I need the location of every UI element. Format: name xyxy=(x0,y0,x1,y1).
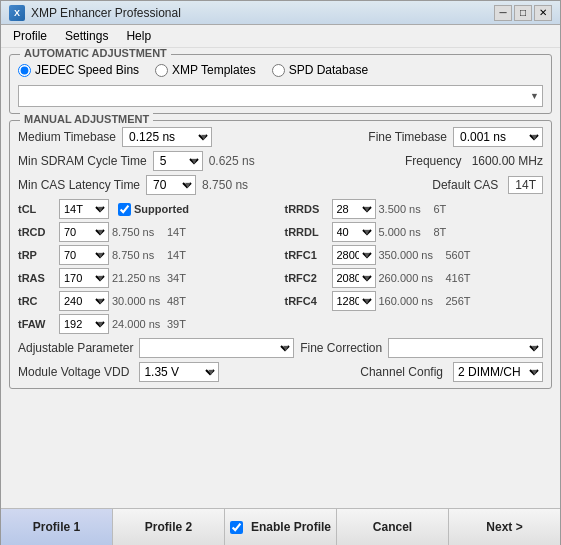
menu-bar: Profile Settings Help xyxy=(1,25,560,48)
frequency-label: Frequency xyxy=(405,154,462,168)
medium-timebase-dropdown[interactable]: 0.125 ns xyxy=(122,127,212,147)
min-cas-label: Min CAS Latency Time xyxy=(18,178,140,192)
trrds-dropdown[interactable]: 28 xyxy=(332,199,376,219)
trfc2-dropdown[interactable]: 2080 xyxy=(332,268,376,288)
jedec-radio-option[interactable]: JEDEC Speed Bins xyxy=(18,63,139,77)
channel-config-label: Channel Config xyxy=(360,365,443,379)
radio-group: JEDEC Speed Bins XMP Templates SPD Datab… xyxy=(18,61,543,79)
enable-profile-button[interactable]: Enable Profile xyxy=(225,509,337,545)
channel-config-dropdown[interactable]: 2 DIMM/CH xyxy=(453,362,543,382)
trfc2-label: tRFC2 xyxy=(285,272,329,284)
fine-timebase-label: Fine Timebase xyxy=(368,130,447,144)
min-cas-dropdown[interactable]: 70 xyxy=(146,175,196,195)
xmp-radio-option[interactable]: XMP Templates xyxy=(155,63,256,77)
trc-t: 48T xyxy=(167,295,195,307)
sdram-frequency-row: Min SDRAM Cycle Time 5 0.625 ns Frequenc… xyxy=(18,151,543,171)
menu-help[interactable]: Help xyxy=(118,27,159,45)
trcd-dropdown[interactable]: 70 xyxy=(59,222,109,242)
trrdl-dropdown[interactable]: 40 xyxy=(332,222,376,242)
min-cas-ns: 8.750 ns xyxy=(202,178,252,192)
jedec-radio[interactable] xyxy=(18,64,31,77)
tras-dropdown[interactable]: 170 xyxy=(59,268,109,288)
minimize-button[interactable]: ─ xyxy=(494,5,512,21)
trfc1-dropdown[interactable]: 2800 xyxy=(332,245,376,265)
trfc4-t: 256T xyxy=(446,295,482,307)
profile2-tab[interactable]: Profile 2 xyxy=(113,509,225,545)
enable-profile-label: Enable Profile xyxy=(251,520,331,534)
app-icon: X xyxy=(9,5,25,21)
params-grid: tCL 14T Supported tRCD xyxy=(18,199,543,334)
fine-correction-dropdown[interactable] xyxy=(388,338,543,358)
min-sdram-dropdown[interactable]: 5 xyxy=(153,151,203,171)
tras-ns: 21.250 ns xyxy=(112,272,164,284)
manual-section-label: MANUAL ADJUSTMENT xyxy=(20,113,153,125)
auto-dropdown[interactable] xyxy=(18,85,543,107)
automatic-adjustment-section: AUTOMATIC ADJUSTMENT JEDEC Speed Bins XM… xyxy=(9,54,552,114)
spd-label: SPD Database xyxy=(289,63,368,77)
trfc4-ns: 160.000 ns xyxy=(379,295,443,307)
spd-radio-option[interactable]: SPD Database xyxy=(272,63,368,77)
next-button[interactable]: Next > xyxy=(449,509,560,545)
title-bar: X XMP Enhancer Professional ─ □ ✕ xyxy=(1,1,560,25)
xmp-radio[interactable] xyxy=(155,64,168,77)
cas-row: Min CAS Latency Time 70 8.750 ns Default… xyxy=(18,175,543,195)
trfc1-row: tRFC1 2800 350.000 ns 560T xyxy=(285,245,544,265)
trcd-ns: 8.750 ns xyxy=(112,226,164,238)
menu-settings[interactable]: Settings xyxy=(57,27,116,45)
trrdl-label: tRRDL xyxy=(285,226,329,238)
tfaw-dropdown[interactable]: 192 xyxy=(59,314,109,334)
trfc1-label: tRFC1 xyxy=(285,249,329,261)
module-voltage-dropdown[interactable]: 1.35 V xyxy=(139,362,219,382)
min-sdram-label: Min SDRAM Cycle Time xyxy=(18,154,147,168)
footer: Profile 1 Profile 2 Enable Profile Cance… xyxy=(1,508,560,544)
supported-text: Supported xyxy=(134,203,189,215)
bottom-params-row2: Module Voltage VDD 1.35 V Channel Config… xyxy=(18,362,543,382)
fine-correction-label: Fine Correction xyxy=(300,341,382,355)
left-params: tCL 14T Supported tRCD xyxy=(18,199,277,334)
spd-radio[interactable] xyxy=(272,64,285,77)
min-sdram-ns: 0.625 ns xyxy=(209,154,259,168)
main-window: X XMP Enhancer Professional ─ □ ✕ Profil… xyxy=(0,0,561,545)
tras-row: tRAS 170 21.250 ns 34T xyxy=(18,268,277,288)
manual-adjustment-section: MANUAL ADJUSTMENT Medium Timebase 0.125 … xyxy=(9,120,552,389)
maximize-button[interactable]: □ xyxy=(514,5,532,21)
fine-timebase-dropdown[interactable]: 0.001 ns xyxy=(453,127,543,147)
automatic-section-label: AUTOMATIC ADJUSTMENT xyxy=(20,48,171,59)
frequency-value: 1600.00 MHz xyxy=(472,154,543,168)
tcl-dropdown[interactable]: 14T xyxy=(59,199,109,219)
supported-checkbox-label[interactable]: Supported xyxy=(118,203,189,216)
trcd-row: tRCD 70 8.750 ns 14T xyxy=(18,222,277,242)
tfaw-label: tFAW xyxy=(18,318,56,330)
trrdl-row: tRRDL 40 5.000 ns 8T xyxy=(285,222,544,242)
trp-label: tRP xyxy=(18,249,56,261)
enable-profile-checkbox[interactable] xyxy=(230,521,243,534)
trfc1-ns: 350.000 ns xyxy=(379,249,443,261)
right-params: tRRDS 28 3.500 ns 6T tRRDL xyxy=(285,199,544,334)
jedec-label: JEDEC Speed Bins xyxy=(35,63,139,77)
adjustable-param-dropdown[interactable] xyxy=(139,338,294,358)
tfaw-row: tFAW 192 24.000 ns 39T xyxy=(18,314,277,334)
tfaw-t: 39T xyxy=(167,318,195,330)
close-button[interactable]: ✕ xyxy=(534,5,552,21)
trfc2-row: tRFC2 2080 260.000 ns 416T xyxy=(285,268,544,288)
trc-dropdown[interactable]: 240 xyxy=(59,291,109,311)
trc-row: tRC 240 30.000 ns 48T xyxy=(18,291,277,311)
content-area: AUTOMATIC ADJUSTMENT JEDEC Speed Bins XM… xyxy=(1,48,560,508)
trfc2-t: 416T xyxy=(446,272,482,284)
menu-profile[interactable]: Profile xyxy=(5,27,55,45)
xmp-label: XMP Templates xyxy=(172,63,256,77)
trp-row: tRP 70 8.750 ns 14T xyxy=(18,245,277,265)
trrds-ns: 3.500 ns xyxy=(379,203,431,215)
trfc4-dropdown[interactable]: 1280 xyxy=(332,291,376,311)
supported-checkbox[interactable] xyxy=(118,203,131,216)
profile1-tab[interactable]: Profile 1 xyxy=(1,509,113,545)
trfc4-row: tRFC4 1280 160.000 ns 256T xyxy=(285,291,544,311)
trp-ns: 8.750 ns xyxy=(112,249,164,261)
trrdl-t: 8T xyxy=(434,226,462,238)
tfaw-ns: 24.000 ns xyxy=(112,318,164,330)
trp-dropdown[interactable]: 70 xyxy=(59,245,109,265)
cancel-button[interactable]: Cancel xyxy=(337,509,449,545)
trfc1-t: 560T xyxy=(446,249,482,261)
medium-timebase-label: Medium Timebase xyxy=(18,130,116,144)
trp-t: 14T xyxy=(167,249,195,261)
